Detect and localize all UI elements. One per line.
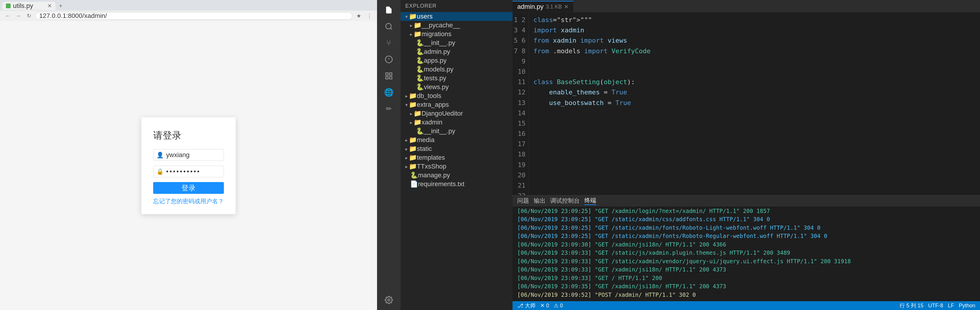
login-modal: 请登录 👤 🔒 登录 忘记了您的密码或用户名？ [142,117,235,214]
settings-icon[interactable] [381,293,396,308]
folder-icon: 📁 [414,119,422,126]
sidebar: EXPLORER ▾ 📁 users ▸ 📁 __pycache__ ▸ 📁 m… [401,0,512,310]
tab-bar: utils.py ✕ + [0,0,377,11]
new-tab-button[interactable]: + [57,2,65,10]
chevron-down-icon: ▾ [405,14,408,19]
svg-point-9 [388,299,390,301]
terminal-tab-output[interactable]: 输出 [534,197,546,205]
chevron-right-icon: ▸ [405,146,408,152]
sidebar-item-pycache[interactable]: ▸ 📁 __pycache__ [401,21,512,30]
address-bar[interactable]: 127.0.0.1:8000/xadmin/ [35,12,352,20]
sidebar-item-testspy[interactable]: 🐍 tests.py [401,74,512,83]
sidebar-item-label: views.py [424,83,449,91]
username-field: 👤 [153,149,224,161]
chevron-right-icon: ▸ [410,32,412,37]
sidebar-item-adminpy[interactable]: 🐍 admin.py [401,47,512,56]
tab-label: admin.py [517,3,544,11]
chevron-right-icon: ▸ [405,164,408,169]
chevron-down-icon: ▾ [405,102,408,108]
extensions-icon[interactable] [381,68,396,84]
files-icon[interactable] [381,2,396,17]
sidebar-item-label: media [417,136,434,144]
code-area: 1 2 3 4 5 6 7 8 9 10 11 12 13 14 15 16 1… [512,13,980,195]
menu-button[interactable]: ⋮ [365,12,374,20]
forward-button[interactable]: → [14,12,22,20]
sidebar-item-label: admin.py [424,48,450,55]
sidebar-item-djangoueditor[interactable]: ▸ 📁 DjangoUeditor [401,109,512,118]
debug-icon[interactable] [381,52,396,67]
python-file-icon: 🐍 [416,74,424,82]
folder-icon: 📁 [409,154,417,161]
username-input[interactable] [166,151,247,159]
git-branch[interactable]: ⎇ 大师 [517,302,536,309]
browser-chrome: utils.py ✕ + ← → ↻ 127.0.0.1:8000/xadmin… [0,0,377,21]
tab-close-button[interactable]: ✕ [48,3,52,9]
browser-tab-active[interactable]: utils.py ✕ [2,2,56,10]
sidebar-item-migrations[interactable]: ▸ 📁 migrations [401,30,512,38]
sidebar-item-extraapps[interactable]: ▾ 📁 extra_apps [401,100,512,109]
source-control-icon[interactable]: ⑂ [381,35,396,51]
search-icon[interactable] [381,19,396,34]
refresh-button[interactable]: ↻ [25,12,33,20]
svg-rect-7 [386,76,388,79]
sidebar-item-label: apps.py [424,57,447,65]
sidebar-item-dbtools[interactable]: ▸ 📁 db_tools [401,92,512,100]
folder-icon: 📁 [409,101,417,109]
tab-adminpy[interactable]: admin.py 3.1 KB ✕ [512,1,573,12]
sidebar-item-appspy[interactable]: 🐍 apps.py [401,56,512,65]
python-file-icon: 🐍 [416,57,424,65]
tab-close-icon[interactable]: ✕ [564,3,568,10]
chevron-right-icon: ▸ [405,155,408,161]
sidebar-item-label: requirements.txt [418,180,465,188]
python-file-icon: 🐍 [416,39,424,47]
sidebar-item-users[interactable]: ▾ 📁 users [401,12,512,21]
folder-icon: 📁 [414,30,422,38]
terminal-tab-problems[interactable]: 问题 [517,197,529,205]
sidebar-item-init2[interactable]: 🐍 __init__.py [401,127,512,136]
python-file-icon: 🐍 [410,171,418,179]
pencil-icon[interactable]: ✏ [381,101,396,117]
bookmark-button[interactable]: ★ [355,12,363,20]
file-tree: ▾ 📁 users ▸ 📁 __pycache__ ▸ 📁 migrations… [401,12,512,310]
sidebar-item-static[interactable]: ▸ 📁 static [401,144,512,153]
sidebar-item-label: users [417,13,433,20]
sidebar-item-label: __init__.py [424,39,455,47]
sidebar-item-init[interactable]: 🐍 __init__.py [401,38,512,47]
sidebar-item-label: xadmin [422,119,442,126]
sidebar-item-templates[interactable]: ▸ 📁 templates [401,153,512,162]
forgot-link[interactable]: 忘记了您的密码或用户名？ [153,198,224,204]
address-text: 127.0.0.1:8000/xadmin/ [39,12,107,20]
file-size-label: 3.1 KB [546,4,562,10]
sidebar-item-label: __pycache__ [422,22,460,29]
terminal-tab-terminal[interactable]: 终端 [584,196,596,205]
terminal-area: 问题 输出 调试控制台 终端 Django version 2.0, using… [512,195,980,301]
sidebar-item-label: TTxsShop [417,163,446,170]
sidebar-item-modelspy[interactable]: 🐍 models.py [401,65,512,74]
password-input[interactable] [166,168,247,175]
sidebar-item-requirements[interactable]: 📄 requirements.txt [401,180,512,188]
sidebar-item-label: templates [417,154,445,161]
folder-icon: 📁 [409,92,417,100]
python-file-icon: 🐍 [416,83,424,91]
browser-section: utils.py ✕ + ← → ↻ 127.0.0.1:8000/xadmin… [0,0,377,310]
folder-icon: 📁 [414,22,422,29]
svg-point-0 [386,24,391,29]
terminal-tab-debug[interactable]: 调试控制台 [550,197,580,205]
python-file-icon: 🐍 [416,48,424,55]
sidebar-item-xadmin[interactable]: ▸ 📁 xadmin [401,118,512,127]
sidebar-item-viewspy[interactable]: 🐍 views.py [401,83,512,92]
text-file-icon: 📄 [410,180,418,188]
sidebar-item-ttxsshop[interactable]: ▸ 📁 TTxsShop [401,162,512,171]
activity-bar: ⑂ 🌐 ✏ [377,0,401,310]
sidebar-item-managepy[interactable]: 🐍 manage.py [401,171,512,180]
back-button[interactable]: ← [3,12,12,20]
folder-icon: 📁 [409,136,417,144]
login-button[interactable]: 登录 [153,182,224,194]
line-col: 行 5 列 15 [900,302,923,309]
chrome-icon[interactable]: 🌐 [381,85,396,100]
editor-tabs: admin.py 3.1 KB ✕ [512,0,980,13]
code-content[interactable]: class="str">""" import xadmin from xadmi… [529,13,980,195]
svg-rect-8 [390,76,392,79]
chevron-right-icon: ▸ [410,120,412,125]
sidebar-item-media[interactable]: ▸ 📁 media [401,136,512,144]
